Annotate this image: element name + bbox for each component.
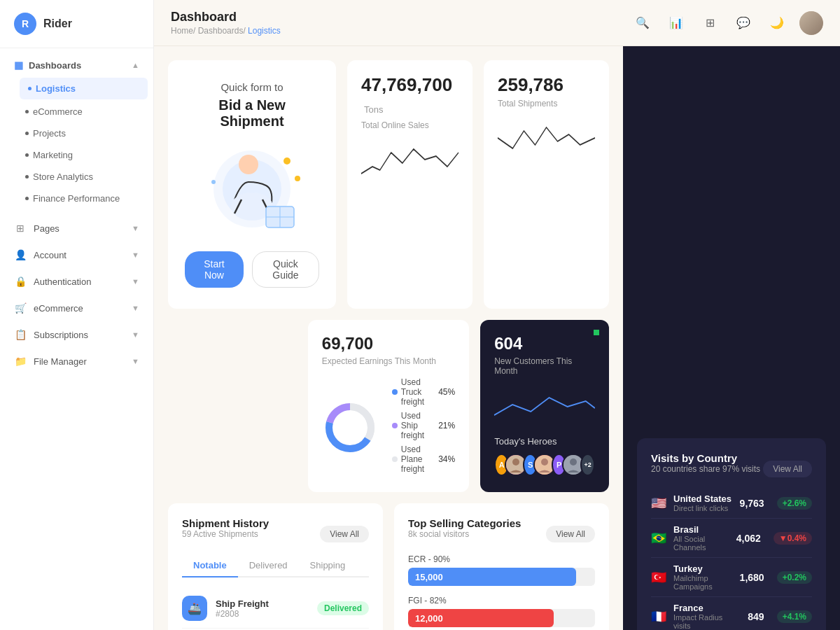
logo-area[interactable]: R Rider [0, 0, 153, 48]
visits-subtitle: 20 countries share 97% visits [651, 464, 760, 474]
stat-label-2: Total Shipments [498, 99, 595, 108]
pages-icon: ⊞ [14, 222, 27, 234]
content: Quick form to Bid a New Shipment [154, 46, 840, 630]
right-content: Visits by Country 20 countries share 97%… [623, 46, 840, 630]
sidebar-item-file-manager[interactable]: 📁 File Manager ▼ [0, 348, 153, 374]
sidebar-item-marketing[interactable]: Marketing [0, 144, 153, 166]
total-shipments-card: 259,786 Total Shipments [484, 60, 609, 309]
customers-card: 604 New Customers This Month Today's Her… [480, 320, 609, 492]
flag-fr: 🇫🇷 [651, 609, 666, 624]
logo-icon: R [14, 13, 36, 35]
bar-track-0: 15,000 [408, 568, 595, 586]
stat-number-2: 259,786 [498, 74, 595, 96]
shipment-subtitle: 59 Active Shipments [182, 529, 269, 539]
tab-delivered[interactable]: Delivered [238, 554, 299, 578]
flag-tr: 🇹🇷 [651, 570, 666, 585]
promo-illustration [196, 144, 308, 234]
sidebar-item-authentication[interactable]: 🔒 Authentication ▼ [0, 268, 153, 295]
bar-item-1: FGI - 82% 12,000 [408, 596, 595, 627]
shipment-number-1: #2808 [216, 609, 309, 619]
user-avatar[interactable] [799, 11, 823, 35]
sidebar-item-projects[interactable]: Projects [0, 122, 153, 144]
sidebar-item-store-analytics[interactable]: Store Analytics [0, 166, 153, 188]
bottom-row: Shipment History 59 Active Shipments Vie… [168, 503, 609, 630]
avatar-count: +2 [580, 454, 595, 476]
country-row-3: 🇫🇷 France Impact Radius visits 849 +4.1% [651, 597, 812, 630]
main-content: Quick form to Bid a New Shipment [154, 46, 623, 630]
selling-view-all-button[interactable]: View All [546, 526, 595, 542]
dashboards-label: ▦ Dashboards [14, 59, 81, 71]
search-icon[interactable]: 🔍 [631, 12, 654, 34]
middle-row: 69,700 Expected Earnings This Month [168, 320, 609, 492]
shipment-ship-icon: 🚢 [182, 596, 207, 621]
bar-fill-0: 15,000 [408, 568, 576, 586]
legend-ship: Used Ship freight 21% [392, 411, 455, 440]
country-row-2: 🇹🇷 Turkey Mailchimp Campaigns 1,680 +0.2… [651, 558, 812, 597]
dot-icon [25, 132, 29, 135]
svg-point-2 [239, 155, 258, 174]
visits-view-all-button[interactable]: View All [763, 461, 812, 477]
shipment-status-1: Delivered [317, 601, 369, 615]
chevron-down-icon: ▼ [132, 251, 139, 259]
sidebar-item-subscriptions[interactable]: 📋 Subscriptions ▼ [0, 321, 153, 348]
bar-label-0: ECR - 90% [408, 554, 595, 564]
avatars-row: A S P +2 [494, 454, 595, 476]
bar-list: ECR - 90% 15,000 FGI - 82% [408, 554, 595, 630]
sidebar-item-pages[interactable]: ⊞ Pages ▼ [0, 215, 153, 241]
country-info-2: Turkey Mailchimp Campaigns [673, 564, 733, 591]
shipment-tabs: Notable Delivered Shipping [182, 554, 369, 578]
shipment-name-1: Ship Freight [216, 598, 309, 609]
chat-icon[interactable]: 💬 [732, 12, 755, 34]
bar-track-1: 12,000 [408, 609, 595, 627]
country-info-1: Brasil All Social Channels [673, 524, 729, 552]
earnings-number: 69,700 [322, 334, 455, 354]
svg-point-10 [295, 176, 300, 181]
shipment-item-1: 🚢 Ship Freight #2808 Delivered [182, 589, 369, 629]
promo-subtitle: Quick form to [220, 81, 283, 93]
visits-card: Visits by Country 20 countries share 97%… [637, 438, 826, 630]
chevron-up-icon: ▲ [132, 61, 139, 69]
country-list: 🇺🇸 United States Direct link clicks 9,76… [651, 488, 812, 630]
tab-shipping[interactable]: Shipping [299, 554, 357, 578]
sidebar-item-account[interactable]: 👤 Account ▼ [0, 241, 153, 268]
total-sales-card: 47,769,700 Tons Total Online Sales [347, 60, 472, 309]
sidebar-item-ecommerce-nav[interactable]: 🛒 eCommerce ▼ [0, 295, 153, 321]
svg-point-11 [211, 180, 216, 184]
chevron-down-icon: ▼ [132, 357, 139, 365]
country-row-1: 🇧🇷 Brasil All Social Channels 4,062 ▼0.4… [651, 519, 812, 558]
tab-notable[interactable]: Notable [182, 554, 238, 578]
grid-icon[interactable]: ⊞ [699, 12, 721, 34]
dark-spacer [637, 60, 826, 438]
dot-icon [25, 197, 29, 200]
truck-dot [392, 389, 398, 395]
selling-title: Top Selling Categories [408, 517, 521, 529]
sparkline-2 [498, 117, 595, 159]
dashboards-group[interactable]: ▦ Dashboards ▲ [0, 54, 153, 76]
quick-guide-button[interactable]: Quick Guide [252, 251, 319, 288]
page-title: Dashboard [171, 10, 281, 24]
country-info-3: France Impact Radius visits [673, 603, 741, 630]
flag-br: 🇧🇷 [651, 531, 666, 546]
analytics-icon[interactable]: 📊 [665, 12, 687, 34]
shipment-history-card: Shipment History 59 Active Shipments Vie… [168, 503, 383, 630]
breadcrumb: Home/ Dashboards/ Logistics [171, 26, 281, 36]
sidebar-item-logistics[interactable]: Logistics [20, 78, 148, 99]
theme-icon[interactable]: 🌙 [766, 12, 788, 34]
flag-us: 🇺🇸 [651, 496, 666, 511]
stat-number-1: 47,769,700 Tons [361, 74, 458, 118]
auth-icon: 🔒 [14, 275, 27, 288]
customers-sparkline [494, 387, 595, 422]
start-now-button[interactable]: Start Now [185, 251, 244, 288]
chevron-down-icon: ▼ [132, 330, 139, 339]
sidebar-item-finance-performance[interactable]: Finance Performance [0, 188, 153, 209]
online-indicator [594, 330, 599, 335]
dashboards-section: ▦ Dashboards ▲ Logistics eCommerce Proje… [0, 48, 153, 215]
customers-label: New Customers This Month [494, 356, 595, 376]
dot-icon [25, 110, 29, 113]
shipment-info-1: Ship Freight #2808 [216, 598, 309, 619]
sidebar-item-ecommerce[interactable]: eCommerce [0, 101, 153, 122]
shipment-view-all-button[interactable]: View All [320, 526, 369, 542]
account-icon: 👤 [14, 248, 27, 261]
ship-dot [392, 423, 398, 428]
avatar-image [799, 11, 823, 35]
